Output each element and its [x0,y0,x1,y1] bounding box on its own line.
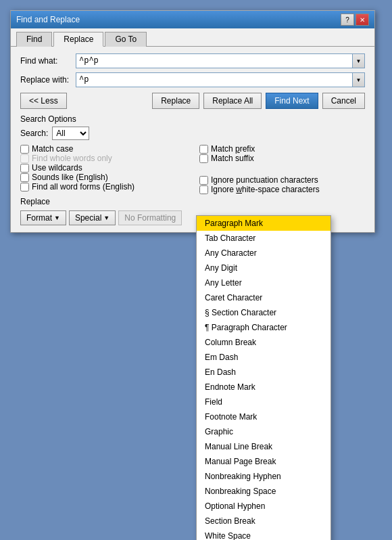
tab-replace[interactable]: Replace [53,32,103,47]
menu-item-nonbreaking-space[interactable]: Nonbreaking Space [197,484,330,499]
menu-item-any-letter[interactable]: Any Letter [197,275,330,290]
menu-item-any-digit[interactable]: Any Digit [197,261,330,275]
match-case-label: Match case [32,144,73,154]
close-button[interactable]: ✕ [356,14,369,26]
match-prefix-checkbox[interactable] [199,145,208,154]
sounds-like-row: Sounds like (English) [20,173,186,182]
menu-item-paragraph-mark[interactable]: Paragraph Mark [197,216,330,231]
special-arrow-icon: ▼ [103,215,109,221]
replace-with-dropdown[interactable]: ▼ [353,72,365,87]
find-next-button[interactable]: Find Next [266,93,318,109]
menu-item-caret-character[interactable]: Caret Character [197,290,330,305]
menu-item-manual-line-break[interactable]: Manual Line Break [197,439,330,454]
replace-section-label: Replace [20,197,365,206]
menu-item-section-character[interactable]: § Section Character [197,305,330,320]
sounds-like-label: Sounds like (English) [32,173,108,182]
find-what-dropdown[interactable]: ▼ [353,53,365,68]
menu-item-en-dash[interactable]: En Dash [197,365,330,380]
format-arrow-icon: ▼ [54,215,60,221]
find-what-input[interactable] [76,53,353,68]
search-select[interactable]: All Up Down [52,127,89,140]
title-bar: Find and Replace ? ✕ [11,11,374,28]
wildcards-row: Use wildcards [20,163,186,173]
special-dropdown-menu: Paragraph Mark Tab Character Any Charact… [196,215,331,540]
sounds-like-checkbox[interactable] [20,173,29,182]
match-suffix-label: Match suffix [211,154,254,163]
tab-find[interactable]: Find [16,32,52,47]
menu-item-column-break[interactable]: Column Break [197,335,330,350]
action-buttons: << Less Replace Replace All Find Next Ca… [20,93,365,109]
format-button[interactable]: Format ▼ [20,210,66,225]
menu-item-field[interactable]: Field [197,395,330,409]
menu-item-tab-character[interactable]: Tab Character [197,231,330,246]
menu-item-manual-page-break[interactable]: Manual Page Break [197,454,330,469]
menu-item-any-character[interactable]: Any Character [197,246,330,261]
replace-with-input[interactable] [76,72,353,87]
match-case-checkbox[interactable] [20,145,29,154]
menu-item-endnote-mark[interactable]: Endnote Mark [197,380,330,395]
dialog-title: Find and Replace [16,15,80,24]
replace-with-row: Replace with: ▼ [20,72,365,87]
word-forms-row: Find all word forms (English) [20,182,186,192]
replace-button[interactable]: Replace [152,93,199,109]
match-prefix-row: Match prefix [199,144,365,154]
menu-item-nonbreaking-hyphen[interactable]: Nonbreaking Hyphen [197,469,330,484]
ignore-whitespace-row: Ignore white-space characters [199,185,365,194]
menu-item-em-dash[interactable]: Em Dash [197,350,330,365]
menu-item-white-space[interactable]: White Space [197,528,330,540]
menu-item-paragraph-character[interactable]: ¶ Paragraph Character [197,320,330,335]
whole-words-label: Find whole words only [32,154,112,163]
title-bar-buttons: ? ✕ [341,14,369,26]
search-row: Search: All Up Down [20,127,365,140]
cancel-button[interactable]: Cancel [322,93,365,109]
ignore-punct-checkbox[interactable] [199,176,208,185]
right-checkboxes: Match prefix Match suffix Ignore punctua… [199,144,365,194]
match-suffix-checkbox[interactable] [199,154,208,163]
less-button[interactable]: << Less [20,93,67,109]
ignore-whitespace-label: Ignore white-space characters [211,185,320,194]
left-checkboxes: Match case Find whole words only Use wil… [20,144,186,194]
find-what-label: Find what: [20,56,76,66]
replace-all-button[interactable]: Replace All [203,93,262,109]
help-button[interactable]: ? [341,14,354,26]
match-suffix-row: Match suffix [199,154,365,163]
wildcards-label: Use wildcards [32,163,82,173]
whole-words-row: Find whole words only [20,154,186,163]
whole-words-checkbox[interactable] [20,154,29,163]
replace-with-label: Replace with: [20,75,76,85]
match-case-row: Match case [20,144,186,154]
search-label: Search: [20,129,48,138]
menu-item-optional-hyphen[interactable]: Optional Hyphen [197,499,330,514]
find-replace-dialog: Find and Replace ? ✕ Find Replace Go To … [10,10,375,233]
tab-bar: Find Replace Go To [11,28,374,47]
search-options-section: Search Options Search: All Up Down Match… [20,114,365,194]
menu-item-section-break[interactable]: Section Break [197,514,330,528]
special-button[interactable]: Special ▼ [69,210,116,225]
menu-item-graphic[interactable]: Graphic [197,424,330,439]
no-formatting-button[interactable]: No Formatting [118,210,182,225]
tab-goto[interactable]: Go To [105,32,147,47]
menu-item-footnote-mark[interactable]: Footnote Mark [197,409,330,424]
ignore-whitespace-checkbox[interactable] [199,185,208,194]
ignore-punct-row: Ignore punctuation characters [199,175,365,185]
checkboxes-container: Match case Find whole words only Use wil… [20,144,365,194]
search-options-label: Search Options [20,114,365,124]
wildcards-checkbox[interactable] [20,164,29,173]
word-forms-label: Find all word forms (English) [32,182,134,192]
word-forms-checkbox[interactable] [20,183,29,192]
match-prefix-label: Match prefix [211,144,255,154]
dialog-content: Find what: ▼ Replace with: ▼ << Less Rep… [11,47,374,232]
find-what-row: Find what: ▼ [20,53,365,68]
ignore-punct-label: Ignore punctuation characters [211,175,318,185]
